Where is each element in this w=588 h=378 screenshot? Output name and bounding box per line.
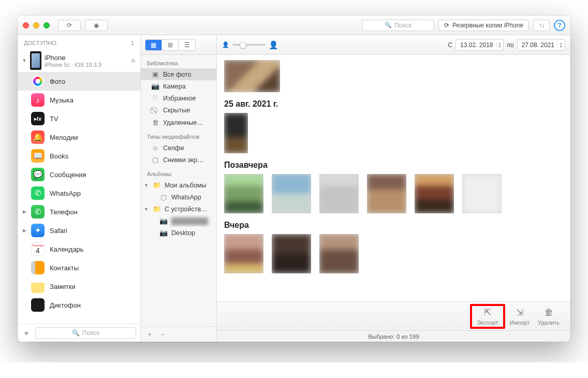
lib-label: Камера — [163, 83, 186, 90]
backup-button[interactable]: ⟳ Резервные копии iPhone — [438, 20, 529, 31]
chevron-down-icon[interactable]: ▼ — [22, 58, 27, 63]
photo-thumb[interactable] — [415, 174, 454, 213]
lib-label: Удаленные… — [163, 119, 203, 126]
nav-item-music[interactable]: ♪ Музыка — [18, 91, 140, 109]
lib-all-photos[interactable]: ▣Все фото — [141, 68, 216, 80]
nav-item-contacts[interactable]: Контакты — [18, 258, 140, 277]
photo-thumb[interactable] — [462, 174, 502, 213]
collection-icon: ⊞ — [168, 41, 173, 49]
nav-item-messages[interactable]: 💬 Сообщения — [18, 165, 140, 184]
lib-album-whatsapp[interactable]: ▢WhatsApp — [141, 191, 216, 203]
photo-grid: 25 авг. 2021 г. Позавчера Вчера — [217, 55, 570, 301]
stepper-icon[interactable]: ▲▼ — [496, 42, 502, 48]
nav-label: WhatsApp — [50, 190, 81, 197]
stepper-icon[interactable]: ▲▼ — [557, 42, 563, 48]
chevron-right-icon[interactable]: ▶ — [23, 228, 28, 233]
maximize-icon[interactable] — [43, 22, 50, 28]
nav-item-safari[interactable]: ▶ ✦ Safari — [18, 221, 140, 240]
voice-memo-icon — [31, 298, 45, 312]
action-label: Импорт — [510, 319, 530, 326]
lib-album-desktop[interactable]: 📷Desktop — [141, 227, 216, 239]
photo-thumb[interactable] — [272, 174, 311, 213]
lib-hidden[interactable]: ⃠Скрытые — [141, 104, 216, 117]
bell-icon: 🔔 — [31, 130, 45, 144]
nav-item-tv[interactable]: ▸tv TV — [18, 109, 140, 128]
help-button[interactable]: ? — [554, 20, 565, 31]
chevron-down-icon[interactable]: ▼ — [144, 207, 149, 212]
lib-selfies[interactable]: ☺Селфи — [141, 142, 216, 154]
nav-item-books[interactable]: 📖 Books — [18, 147, 140, 165]
sidebar-bottom: ＋ 🔍 Поиск — [18, 324, 140, 342]
import-button[interactable]: ⇲ Импорт — [505, 307, 534, 326]
chevron-right-icon[interactable]: ▶ — [23, 209, 28, 214]
heart-icon: ♡ — [151, 94, 159, 102]
photo-thumb[interactable] — [367, 174, 406, 213]
camera-icon: 📷 — [151, 82, 159, 90]
titlebar: ⟳ ◉ 🔍 Поиск ⟳ Резервные копии iPhone ↑↓ … — [18, 16, 570, 35]
lib-bottom-toolbar: ＋ − — [141, 326, 216, 342]
chevron-down-icon[interactable]: ▼ — [144, 183, 149, 188]
books-icon: 📖 — [31, 149, 45, 163]
lib-label: Скрытые — [163, 107, 190, 114]
preview-button[interactable]: ◉ — [85, 20, 108, 31]
library-sidebar: ▦ ⊞ ☰ Библиотека ▣Все фото 📷Камера ♡Избр… — [141, 35, 217, 342]
date-range-control: С 13.02. 2018 ▲▼ по 27.08. 2021 ▲▼ — [448, 39, 565, 51]
view-list-button[interactable]: ☰ — [179, 40, 195, 50]
add-album-button[interactable]: ＋ — [146, 330, 153, 339]
nav-item-notes[interactable]: Заметки — [18, 277, 140, 296]
lib-album-blurred[interactable]: 📷████████ — [141, 215, 216, 227]
lib-deleted[interactable]: 🗑Удаленные… — [141, 117, 216, 128]
lib-from-device[interactable]: ▼📁С устройств… — [141, 203, 216, 215]
status-text: Выбрано: 0 из 199 — [368, 333, 419, 340]
zoom-slider[interactable] — [232, 44, 266, 46]
nav-item-calendar[interactable]: Tuesday4 Календарь — [18, 240, 140, 258]
delete-button[interactable]: 🗑 Удалить — [534, 307, 563, 326]
notes-icon — [31, 280, 45, 293]
album-icon: 📷 — [159, 217, 168, 225]
add-button[interactable]: ＋ — [22, 328, 31, 339]
nav-label: Safari — [50, 227, 67, 235]
lib-label: Все фото — [163, 71, 192, 78]
action-label: Удалить — [538, 319, 560, 326]
search-input-bottom[interactable]: 🔍 Поиск — [35, 327, 136, 339]
transfer-button[interactable]: ↑↓ — [533, 20, 550, 31]
photo-thumb[interactable] — [224, 113, 248, 153]
photo-thumb[interactable] — [224, 174, 263, 213]
view-toolbar: ▦ ⊞ ☰ — [141, 35, 216, 55]
nav-item-photos[interactable]: Фото — [18, 72, 140, 91]
search-input-top[interactable]: 🔍 Поиск — [362, 20, 434, 31]
photo-thumb[interactable] — [319, 174, 359, 213]
statusbar: Выбрано: 0 из 199 — [217, 330, 570, 342]
album-icon: 📷 — [159, 229, 168, 237]
nav-item-voice[interactable]: Диктофон — [18, 296, 140, 314]
remove-album-button[interactable]: − — [160, 330, 165, 339]
highlight-annotation: ⇱ Экспорт — [470, 304, 505, 329]
zoom-control[interactable]: 👤 👤 — [222, 40, 278, 50]
calendar-icon: Tuesday4 — [31, 242, 45, 256]
nav-item-whatsapp[interactable]: ✆ WhatsApp — [18, 184, 140, 202]
photo-thumb[interactable] — [272, 234, 311, 273]
photo-thumb[interactable] — [319, 234, 359, 273]
lib-favorites[interactable]: ♡Избранное — [141, 92, 216, 104]
section-title: ДОСТУПНО — [24, 40, 56, 46]
selfie-icon: ☺ — [151, 144, 159, 152]
nav-item-ringtones[interactable]: 🔔 Мелодии — [18, 128, 140, 147]
view-collection-button[interactable]: ⊞ — [162, 40, 179, 50]
grid-icon: ▦ — [151, 41, 156, 49]
date-section-title: Позавчера — [224, 161, 565, 170]
close-icon[interactable] — [23, 22, 29, 28]
photo-thumb[interactable] — [224, 234, 263, 273]
view-grid-button[interactable]: ▦ — [145, 40, 162, 50]
lib-screenshots[interactable]: ▢Снимки экр… — [141, 154, 216, 166]
export-button[interactable]: ⇱ Экспорт — [473, 307, 502, 326]
photo-thumb[interactable] — [224, 60, 280, 92]
refresh-button[interactable]: ⟳ — [58, 20, 81, 31]
nav-item-phone[interactable]: ▶ ✆ Телефон — [18, 202, 140, 221]
date-from-field[interactable]: 13.02. 2018 ▲▼ — [455, 39, 504, 51]
date-to-field[interactable]: 27.08. 2021 ▲▼ — [517, 39, 565, 51]
lib-my-albums[interactable]: ▼📁Мои альбомы — [141, 179, 216, 191]
minimize-icon[interactable] — [33, 22, 39, 28]
device-row[interactable]: ▼ iPhone iPhone 5c · iOS 10.3.3 ⎋ — [18, 49, 140, 72]
device-name: iPhone — [45, 54, 101, 62]
lib-camera[interactable]: 📷Камера — [141, 80, 216, 92]
